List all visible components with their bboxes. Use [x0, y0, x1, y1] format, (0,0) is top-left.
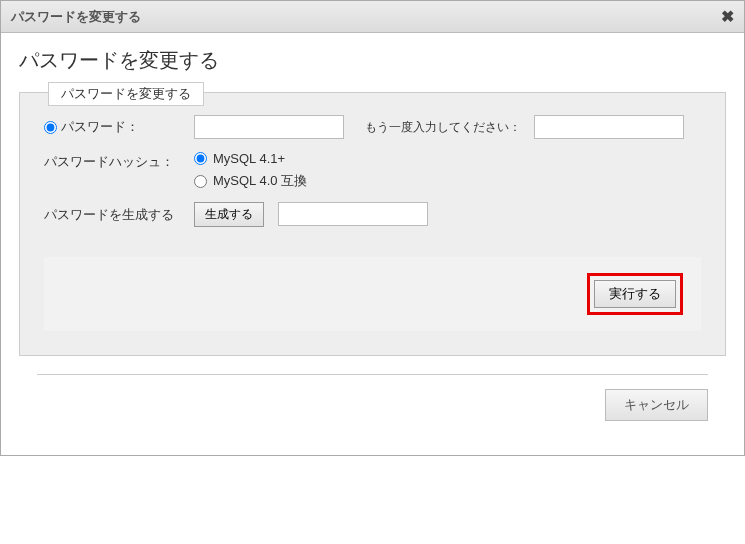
change-password-fieldset: パスワードを変更する パスワード： もう一度入力してください： パ — [19, 92, 726, 356]
password-row: パスワード： もう一度入力してください： — [44, 115, 701, 139]
dialog-title: パスワードを変更する — [11, 8, 141, 26]
password-reenter-input[interactable] — [534, 115, 684, 139]
hash-radio-1[interactable] — [194, 152, 207, 165]
cancel-button[interactable]: キャンセル — [605, 389, 708, 421]
cancel-area: キャンセル — [19, 375, 726, 435]
reenter-label: もう一度入力してください： — [365, 120, 521, 134]
hash-option-2-label: MySQL 4.0 互換 — [213, 172, 307, 190]
hash-option-1-label: MySQL 4.1+ — [213, 151, 285, 166]
go-button[interactable]: 実行する — [594, 280, 676, 308]
fieldset-legend: パスワードを変更する — [48, 82, 204, 106]
generated-password-input[interactable] — [278, 202, 428, 226]
password-label: パスワード： — [61, 118, 139, 136]
hash-label: パスワードハッシュ： — [44, 153, 174, 171]
generate-label: パスワードを生成する — [44, 206, 174, 224]
hash-radio-group: MySQL 4.1+ MySQL 4.0 互換 — [194, 151, 307, 190]
hash-option-1[interactable]: MySQL 4.1+ — [194, 151, 307, 166]
fieldset-footer: 実行する — [44, 257, 701, 331]
hash-row: パスワードハッシュ： MySQL 4.1+ MySQL 4.0 互換 — [44, 151, 701, 190]
password-input[interactable] — [194, 115, 344, 139]
generate-row: パスワードを生成する 生成する — [44, 202, 701, 227]
hash-option-2[interactable]: MySQL 4.0 互換 — [194, 172, 307, 190]
dialog: パスワードを変更する ✖ パスワードを変更する パスワードを変更する パスワード… — [0, 0, 745, 456]
dialog-body: パスワードを変更する パスワードを変更する パスワード： もう一度入力してくださ… — [1, 33, 744, 455]
dialog-header: パスワードを変更する ✖ — [1, 1, 744, 33]
hash-radio-2[interactable] — [194, 175, 207, 188]
generate-button[interactable]: 生成する — [194, 202, 264, 227]
close-icon[interactable]: ✖ — [721, 7, 734, 26]
page-title: パスワードを変更する — [19, 47, 726, 74]
password-radio[interactable] — [44, 121, 57, 134]
go-button-highlight: 実行する — [587, 273, 683, 315]
